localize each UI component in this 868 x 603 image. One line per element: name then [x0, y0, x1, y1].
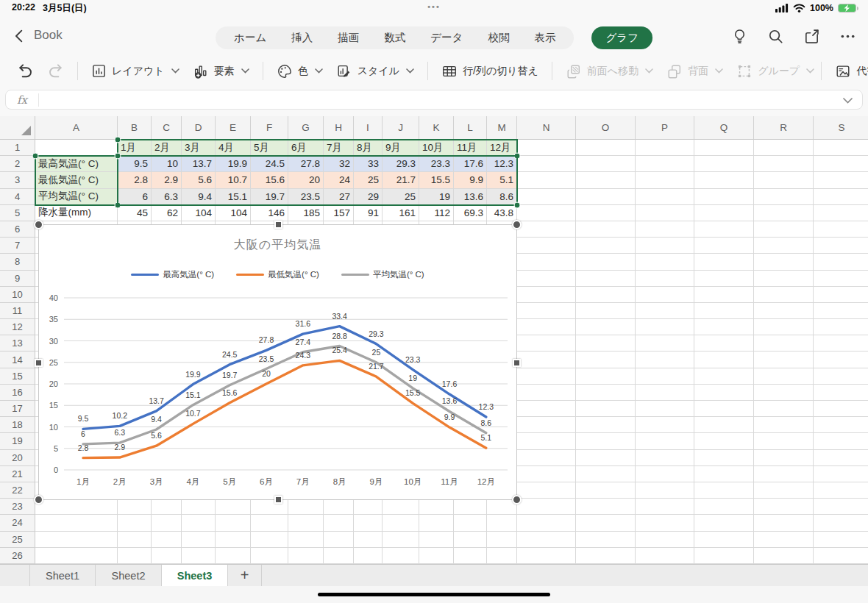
cell-Q12[interactable]: [694, 319, 754, 335]
cell-F5[interactable]: 146: [251, 205, 288, 221]
cell-S7[interactable]: [814, 238, 868, 254]
cell-Q18[interactable]: [694, 417, 754, 433]
cell-Q21[interactable]: [694, 466, 754, 482]
cell-B23[interactable]: [118, 499, 152, 515]
cell-E3[interactable]: 10.7: [216, 172, 251, 188]
cell-S26[interactable]: [814, 548, 868, 564]
row-header-21[interactable]: 21: [0, 466, 35, 482]
cell-Q15[interactable]: [694, 368, 754, 385]
row-header-13[interactable]: 13: [0, 335, 35, 352]
cell-G2[interactable]: 27.8: [288, 156, 324, 172]
cell-L4[interactable]: 13.6: [454, 189, 487, 205]
cell-P15[interactable]: [636, 368, 694, 385]
cell-P5[interactable]: [636, 205, 694, 221]
cell-H4[interactable]: 27: [324, 189, 354, 205]
cell-S18[interactable]: [814, 417, 868, 433]
cell-N15[interactable]: [517, 368, 576, 385]
cell-P4[interactable]: [636, 189, 694, 205]
cell-K23[interactable]: [419, 499, 454, 515]
cell-Q23[interactable]: [694, 499, 754, 515]
cell-R11[interactable]: [754, 303, 814, 319]
cell-N16[interactable]: [517, 385, 576, 401]
cell-I4[interactable]: 29: [354, 189, 383, 205]
cell-K26[interactable]: [419, 548, 454, 564]
send-backward-button[interactable]: 背面: [660, 60, 730, 82]
range-handle[interactable]: [32, 153, 39, 160]
cell-J23[interactable]: [383, 499, 419, 515]
cell-P14[interactable]: [636, 352, 694, 368]
undo-button[interactable]: [10, 60, 40, 82]
cell-S13[interactable]: [814, 335, 868, 352]
cell-Q2[interactable]: [694, 156, 754, 172]
cell-H23[interactable]: [324, 499, 354, 515]
cell-L2[interactable]: 17.6: [454, 156, 487, 172]
column-header-J[interactable]: J: [383, 116, 419, 140]
row-header-20[interactable]: 20: [0, 450, 35, 466]
cell-S10[interactable]: [814, 287, 868, 303]
cell-Q10[interactable]: [694, 287, 754, 303]
cell-S2[interactable]: [814, 156, 868, 172]
cell-G3[interactable]: 20: [288, 172, 324, 188]
row-header-19[interactable]: 19: [0, 433, 35, 449]
cell-M26[interactable]: [487, 548, 517, 564]
cell-K4[interactable]: 19: [419, 189, 454, 205]
cell-C26[interactable]: [152, 548, 182, 564]
cell-J2[interactable]: 29.3: [383, 156, 419, 172]
cell-O5[interactable]: [576, 205, 636, 221]
cell-K1[interactable]: 10月: [419, 140, 454, 156]
cell-A25[interactable]: [35, 532, 118, 548]
cell-C4[interactable]: 6.3: [152, 189, 182, 205]
cell-G4[interactable]: 23.5: [288, 189, 324, 205]
cell-S16[interactable]: [814, 385, 868, 401]
cell-P19[interactable]: [636, 433, 694, 449]
cell-S20[interactable]: [814, 450, 868, 466]
cell-P6[interactable]: [636, 221, 694, 238]
cell-Q17[interactable]: [694, 401, 754, 417]
cell-S23[interactable]: [814, 499, 868, 515]
tab-データ[interactable]: データ: [418, 26, 475, 49]
cell-S22[interactable]: [814, 482, 868, 499]
cell-F24[interactable]: [251, 515, 288, 531]
cell-F26[interactable]: [251, 548, 288, 564]
cell-N11[interactable]: [517, 303, 576, 319]
cell-Q9[interactable]: [694, 271, 754, 287]
cell-P8[interactable]: [636, 254, 694, 270]
column-header-G[interactable]: G: [288, 116, 324, 140]
cell-A1[interactable]: [35, 140, 118, 156]
cell-I1[interactable]: 8月: [354, 140, 383, 156]
cell-B26[interactable]: [118, 548, 152, 564]
sheet-tab-Sheet1[interactable]: Sheet1: [29, 565, 96, 586]
cell-R2[interactable]: [754, 156, 814, 172]
cell-F25[interactable]: [251, 532, 288, 548]
cell-R19[interactable]: [754, 433, 814, 449]
row-header-1[interactable]: 1: [0, 140, 35, 156]
sheet-tab-Sheet2[interactable]: Sheet2: [96, 565, 162, 586]
row-header-9[interactable]: 9: [0, 271, 35, 287]
cell-R13[interactable]: [754, 335, 814, 352]
cell-Q11[interactable]: [694, 303, 754, 319]
cell-A4[interactable]: 平均気温(° C): [35, 189, 118, 205]
layout-button[interactable]: レイアウト: [85, 60, 186, 82]
cell-R8[interactable]: [754, 254, 814, 270]
cell-O14[interactable]: [576, 352, 636, 368]
cell-N10[interactable]: [517, 287, 576, 303]
cell-M4[interactable]: 8.6: [487, 189, 517, 205]
cell-S21[interactable]: [814, 466, 868, 482]
cell-L23[interactable]: [454, 499, 487, 515]
cell-K24[interactable]: [419, 515, 454, 531]
search-icon[interactable]: [767, 28, 784, 45]
cell-M1[interactable]: 12月: [487, 140, 517, 156]
cell-J26[interactable]: [383, 548, 419, 564]
row-header-8[interactable]: 8: [0, 254, 35, 270]
column-header-Q[interactable]: Q: [694, 116, 754, 140]
cell-Q1[interactable]: [694, 140, 754, 156]
cell-A5[interactable]: 降水量(mm): [35, 205, 118, 221]
cell-K25[interactable]: [419, 532, 454, 548]
cell-R26[interactable]: [754, 548, 814, 564]
column-header-F[interactable]: F: [251, 116, 288, 140]
cell-C23[interactable]: [152, 499, 182, 515]
cell-Q3[interactable]: [694, 172, 754, 188]
cell-J24[interactable]: [383, 515, 419, 531]
cell-E24[interactable]: [216, 515, 251, 531]
cell-N21[interactable]: [517, 466, 576, 482]
